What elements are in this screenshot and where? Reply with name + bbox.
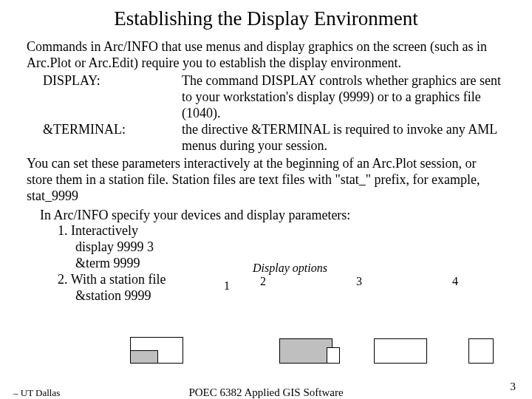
body-text: Commands in Arc/INFO that use menus and … xyxy=(0,39,532,205)
step-1a: display 9999 3 xyxy=(40,239,502,256)
command-description: the directive &TERMINAL is required to i… xyxy=(182,122,502,154)
options-header: Display options xyxy=(253,262,470,275)
command-row-terminal: &TERMINAL: the directive &TERMINAL is re… xyxy=(27,122,502,154)
rect-2 xyxy=(327,347,340,364)
step-1: 1. Interactively xyxy=(40,223,502,239)
option-1: 1 xyxy=(205,279,248,293)
gray-rect-2 xyxy=(279,338,332,364)
page-number: 3 xyxy=(511,381,516,393)
option-4: 4 xyxy=(440,275,470,288)
options-col: Display options 2 3 4 xyxy=(248,262,470,288)
gray-rect-1 xyxy=(130,350,158,364)
step-2a: &station 9999 xyxy=(40,288,502,304)
footer-center: POEC 6382 Applied GIS Software xyxy=(0,386,532,399)
rect-3 xyxy=(374,338,427,364)
intro-paragraph: Commands in Arc/INFO that use menus and … xyxy=(27,39,502,72)
rect-4 xyxy=(468,338,494,364)
option-2: 2 xyxy=(248,275,278,288)
shapes-group xyxy=(130,337,499,366)
command-description: The command DISPLAY controls whether gra… xyxy=(182,73,502,122)
slide-title: Establishing the Display Environment xyxy=(0,7,532,30)
command-label: &TERMINAL: xyxy=(27,122,182,154)
specify-line: In Arc/INFO specify your devices and dis… xyxy=(40,208,502,224)
command-label: DISPLAY: xyxy=(27,73,182,122)
slide: Establishing the Display Environment Com… xyxy=(0,7,532,399)
command-row-display: DISPLAY: The command DISPLAY controls wh… xyxy=(27,73,502,122)
paragraph-2: You can set these parameters interactive… xyxy=(27,156,502,205)
option-3: 3 xyxy=(344,275,374,288)
specify-block: In Arc/INFO specify your devices and dis… xyxy=(0,208,532,305)
